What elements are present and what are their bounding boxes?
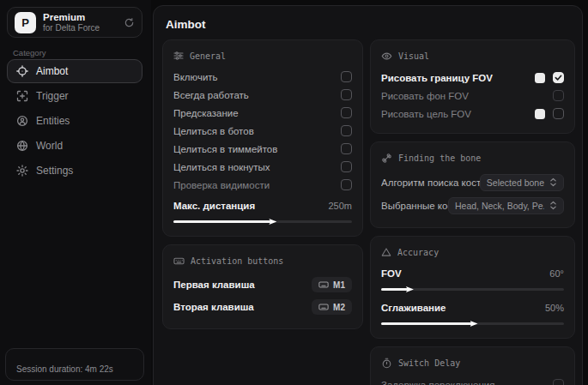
keyboard-icon xyxy=(173,256,185,267)
checkbox-checked[interactable] xyxy=(553,72,564,83)
fov-slider[interactable] xyxy=(381,285,564,293)
product-card: P Premium for Delta Force xyxy=(7,7,142,38)
sidebar-item-aimbot[interactable]: Aimbot xyxy=(7,59,142,83)
bone-icon xyxy=(381,153,392,164)
session-duration-box: Session duration: 4m 22s xyxy=(5,348,144,381)
bone-algorithm-select[interactable]: Selected bone xyxy=(480,174,564,191)
switch-delay-card-title: Switch Delay xyxy=(381,358,564,369)
sidebar-item-label: Trigger xyxy=(36,90,69,102)
trigger-scope-icon xyxy=(16,90,28,102)
setting-row-first-key: Первая клавиша M1 xyxy=(173,274,352,296)
chevron-up-down-icon xyxy=(549,177,557,187)
setting-row-bone-algorithm: Алгоритм поиска костей Selected bone xyxy=(381,171,564,194)
activation-card-title: Activation buttons xyxy=(173,256,352,267)
sidebar-item-entities[interactable]: Entities xyxy=(7,109,142,133)
visual-card-title: Visual xyxy=(381,51,564,62)
max-distance-value: 250m xyxy=(328,201,352,211)
slider-thumb[interactable] xyxy=(406,286,414,293)
crosshair-icon xyxy=(16,65,28,77)
checkbox[interactable] xyxy=(341,125,352,136)
setting-row-draw-fov-bg: Рисовать фон FOV xyxy=(381,87,564,105)
sidebar-item-label: Settings xyxy=(36,165,73,177)
product-title: Premium xyxy=(43,12,117,23)
keybind-button-m2[interactable]: M2 xyxy=(312,299,352,315)
main-panel: Aimbot General Включить xyxy=(153,5,583,385)
checkbox[interactable] xyxy=(341,161,352,172)
max-distance-slider[interactable] xyxy=(173,217,352,226)
switch-delay-card: Switch Delay Задержка переключения Задер… xyxy=(370,346,575,385)
product-subtitle: for Delta Force xyxy=(43,23,117,33)
entities-icon xyxy=(16,115,28,127)
slider-thumb[interactable] xyxy=(470,320,478,328)
checkbox[interactable] xyxy=(553,108,564,119)
setting-row-draw-fov-border: Рисовать границу FOV xyxy=(381,69,564,87)
visual-card: Visual Рисовать границу FOV Рисовать фон… xyxy=(370,39,575,134)
checkbox[interactable] xyxy=(341,143,352,154)
keyboard-icon xyxy=(318,280,329,290)
setting-row-fov: FOV 60° xyxy=(381,264,564,282)
slider-thumb[interactable] xyxy=(269,218,276,226)
checkbox[interactable] xyxy=(341,89,352,100)
setting-row-prediction: Предсказание xyxy=(173,104,352,122)
category-label: Category xyxy=(13,48,46,57)
sidebar-item-label: World xyxy=(36,140,63,152)
timer-icon xyxy=(381,358,392,369)
globe-icon xyxy=(16,140,28,152)
bone-card-title: Finding the bone xyxy=(381,153,564,164)
selected-bones-select[interactable]: Head, Neck, Body, Pe... xyxy=(448,197,564,214)
general-card: General Включить Всегда работать Предска… xyxy=(162,39,363,237)
checkbox[interactable] xyxy=(553,379,564,385)
general-card-title: General xyxy=(173,51,352,61)
checkbox[interactable] xyxy=(341,71,352,82)
sidebar-item-trigger[interactable]: Trigger xyxy=(7,84,142,108)
smoothing-slider[interactable] xyxy=(381,319,564,328)
smoothing-value: 50% xyxy=(545,303,564,313)
checkbox[interactable] xyxy=(341,179,352,190)
color-swatch[interactable] xyxy=(535,73,545,83)
sidebar: P Premium for Delta Force Category Aimbo… xyxy=(0,0,151,385)
checkbox[interactable] xyxy=(553,90,564,101)
finding-bone-card: Finding the bone Алгоритм поиска костей … xyxy=(370,141,575,228)
page-title: Aimbot xyxy=(166,18,575,31)
sliders-icon xyxy=(173,51,184,61)
setting-row-selected-bones: Выбранные кости Head, Neck, Body, Pe... xyxy=(381,194,564,217)
accuracy-card: Accuracy FOV 60° Сглаживание 50% xyxy=(370,236,575,339)
fov-value: 60° xyxy=(549,268,564,279)
setting-row-target-bots: Целиться в ботов xyxy=(173,122,352,140)
setting-row-switch-delay-toggle: Задержка переключения xyxy=(381,376,564,385)
sidebar-item-label: Entities xyxy=(36,115,70,127)
setting-row-target-knocked: Целиться в нокнутых xyxy=(173,158,352,176)
setting-row-max-distance: Макс. дистанция 250m xyxy=(173,196,352,214)
sidebar-nav: Aimbot Trigger Entities xyxy=(7,59,142,183)
sidebar-item-world[interactable]: World xyxy=(7,134,142,158)
color-swatch[interactable] xyxy=(535,109,545,119)
setting-row-smoothing: Сглаживание 50% xyxy=(381,298,564,316)
refresh-icon[interactable] xyxy=(124,17,135,28)
sidebar-item-label: Aimbot xyxy=(36,65,68,77)
setting-row-always-work: Всегда работать xyxy=(173,86,352,104)
activation-buttons-card: Activation buttons Первая клавиша M1 Вто… xyxy=(162,244,363,329)
chevron-up-down-icon xyxy=(549,201,557,210)
session-duration-text: Session duration: 4m 22s xyxy=(16,364,113,374)
product-logo: P xyxy=(15,12,36,33)
setting-row-second-key: Вторая клавиша M2 xyxy=(173,296,352,318)
setting-row-draw-fov-target: Рисовать цель FOV xyxy=(381,105,564,123)
accuracy-card-title: Accuracy xyxy=(381,247,564,257)
gear-icon xyxy=(16,165,28,177)
sidebar-item-settings[interactable]: Settings xyxy=(7,159,142,183)
triangle-icon xyxy=(381,247,391,257)
checkbox[interactable] xyxy=(341,107,352,118)
keybind-button-m1[interactable]: M1 xyxy=(312,277,352,292)
setting-row-visibility-check: Проверка видимости xyxy=(173,176,352,194)
eye-icon xyxy=(381,51,392,62)
setting-row-target-teammates: Целиться в тиммейтов xyxy=(173,140,352,158)
setting-row-enable: Включить xyxy=(173,68,352,86)
keyboard-icon xyxy=(318,302,329,312)
